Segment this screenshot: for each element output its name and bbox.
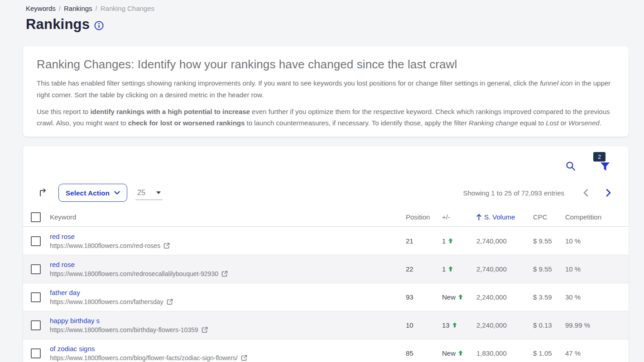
intro-p2-text: equal to (518, 119, 546, 127)
competition-value: 10 % (565, 265, 629, 273)
header-position[interactable]: Position (406, 213, 442, 221)
intro-p2-text: or (559, 119, 569, 127)
change-value: New (442, 293, 456, 301)
select-action-dropdown[interactable]: Select Action (58, 184, 127, 202)
rankings-table-card: 2 Select Action 25 Showing 1 to 25 of 72… (23, 146, 629, 362)
table-row: red rose https://www.1800flowers.com/red… (23, 255, 629, 283)
external-link-icon[interactable] (241, 355, 247, 361)
table-row: of zodiac signs https://www.1800flowers.… (23, 339, 629, 362)
intro-paragraph-2: Use this report to identify rankings wit… (37, 106, 615, 129)
header-cpc[interactable]: CPC (533, 213, 565, 221)
select-all-checkbox[interactable] (31, 212, 41, 222)
change-value: New (442, 349, 456, 357)
breadcrumb-rankings[interactable]: Rankings (64, 5, 92, 12)
row-checkbox[interactable] (31, 348, 41, 358)
volume-value: 2,740,000 (476, 265, 533, 273)
intro-p2-text: . (600, 119, 601, 127)
keyword-url: https://www.1800flowers.com/red-roses (50, 242, 160, 249)
breadcrumb-separator: / (59, 5, 61, 12)
keyword-link[interactable]: father day (50, 289, 80, 296)
arrow-up-icon (458, 350, 463, 356)
position-value: 10 (406, 321, 442, 329)
header-s-volume-label: S. Volume (484, 213, 515, 221)
page-title: Rankings (26, 16, 90, 33)
page-size-value: 25 (137, 189, 145, 197)
export-arrow-icon[interactable] (38, 188, 48, 197)
intro-p2-bold: identify rankings with a high potential … (90, 108, 250, 115)
page-size-select[interactable]: 25 (135, 186, 163, 200)
competition-value: 30 % (565, 293, 629, 301)
cpc-value: $ 9.55 (533, 265, 565, 273)
change-value: 1 (442, 237, 446, 245)
breadcrumb: Keywords / Rankings / Ranking Changes (26, 5, 154, 12)
header-keyword[interactable]: Keyword (50, 213, 406, 221)
intro-paragraph-1: This table has enabled filter settings s… (37, 77, 615, 101)
external-link-icon[interactable] (202, 327, 208, 333)
competition-value: 47 % (565, 349, 629, 357)
volume-value: 2,240,000 (476, 321, 533, 329)
table-row: happy birthday s https://www.1800flowers… (23, 311, 629, 339)
sort-ascending-icon (476, 214, 481, 220)
table-row: red rose https://www.1800flowers.com/red… (23, 227, 629, 255)
pagination-status: Showing 1 to 25 of 72,093 entries (463, 189, 565, 197)
table-row: father day https://www.1800flowers.com/f… (23, 283, 629, 311)
chevron-right-icon[interactable] (603, 188, 613, 198)
arrow-up-icon (452, 322, 457, 328)
intro-p2-text: to launch countermeasures, if necessary.… (245, 119, 469, 127)
position-value: 22 (406, 265, 442, 273)
intro-p2-filter-value: Worsened (568, 119, 599, 127)
intro-p1-text: This table has enabled filter settings s… (37, 79, 540, 87)
intro-p2-bold: check for lost or worsened rankings (128, 119, 245, 127)
row-checkbox[interactable] (31, 236, 41, 246)
position-value: 85 (406, 349, 442, 357)
table-toolbar: Select Action 25 Showing 1 to 25 of 72,0… (23, 184, 629, 202)
external-link-icon[interactable] (163, 243, 170, 249)
volume-value: 2,240,000 (476, 293, 533, 301)
keyword-link[interactable]: of zodiac signs (50, 345, 95, 352)
volume-value: 1,830,000 (476, 349, 533, 357)
cpc-value: $ 3.59 (533, 293, 565, 301)
volume-value: 2,740,000 (476, 237, 533, 245)
header-competition[interactable]: Competition (565, 213, 629, 221)
keyword-link[interactable]: red rose (50, 261, 75, 268)
breadcrumb-separator: / (96, 5, 97, 12)
intro-card: Ranking Changes: Identify how your ranki… (23, 46, 629, 137)
row-checkbox[interactable] (31, 320, 41, 330)
keyword-link[interactable]: red rose (50, 233, 75, 240)
keyword-link[interactable]: happy birthday s (50, 317, 100, 324)
cpc-value: $ 1.05 (533, 349, 565, 357)
arrow-up-icon (458, 294, 463, 300)
external-link-icon[interactable] (221, 271, 228, 277)
table-header-row: Keyword Position +/- S. Volume CPC Compe… (23, 208, 629, 227)
change-value: 1 (442, 265, 446, 273)
keyword-url: https://www.1800flowers.com/fathersday (50, 298, 163, 305)
cpc-value: $ 9.55 (533, 237, 565, 245)
select-action-label: Select Action (66, 189, 110, 197)
competition-value: 10 % (565, 237, 629, 245)
intro-p2-filter-value: Lost (546, 119, 558, 127)
position-value: 21 (406, 237, 442, 245)
keyword-url: https://www.1800flowers.com/blog/flower-… (50, 354, 238, 362)
breadcrumb-keywords[interactable]: Keywords (26, 5, 56, 12)
funnel-icon[interactable] (600, 161, 610, 172)
position-value: 93 (406, 293, 442, 301)
info-icon[interactable] (94, 21, 104, 30)
header-change[interactable]: +/- (442, 213, 476, 221)
caret-down-icon (156, 191, 161, 194)
keyword-url: https://www.1800flowers.com/birthday-flo… (50, 326, 198, 333)
filter-count-badge: 2 (593, 152, 606, 162)
intro-p2-filter-name: Ranking change (469, 119, 518, 127)
table-body: red rose https://www.1800flowers.com/red… (23, 227, 629, 362)
row-checkbox[interactable] (31, 292, 41, 302)
search-icon[interactable] (565, 161, 576, 171)
cpc-value: $ 0.13 (533, 321, 565, 329)
arrow-up-icon (448, 238, 453, 243)
breadcrumb-ranking-changes: Ranking Changes (101, 5, 154, 12)
row-checkbox[interactable] (31, 264, 41, 274)
header-s-volume[interactable]: S. Volume (476, 213, 533, 221)
keyword-url: https://www.1800flowers.com/redrosecalla… (50, 270, 218, 277)
chevron-left-icon[interactable] (581, 188, 591, 198)
intro-p1-funnel-icon-ref: funnel icon (540, 79, 573, 87)
external-link-icon[interactable] (167, 299, 173, 305)
chevron-down-icon (114, 191, 120, 195)
